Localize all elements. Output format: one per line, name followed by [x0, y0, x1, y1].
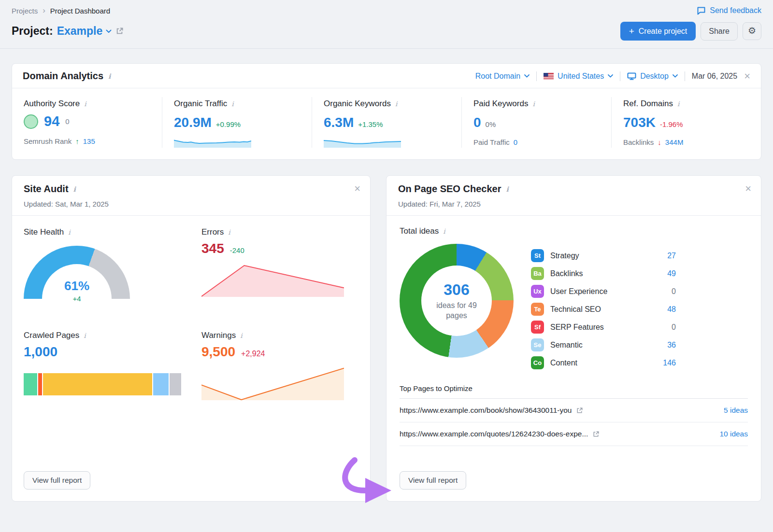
- organic-keywords-sparkline: [324, 137, 401, 148]
- info-icon[interactable]: i: [532, 100, 534, 108]
- crawled-pages-value[interactable]: 1,000: [24, 344, 57, 360]
- chevron-down-icon: [106, 29, 112, 33]
- info-icon[interactable]: i: [677, 100, 679, 108]
- user-experience-badge-icon: Ux: [531, 285, 544, 298]
- info-icon[interactable]: i: [395, 100, 397, 108]
- date-label: Mar 06, 2025: [692, 72, 737, 81]
- backlinks-badge-icon: Ba: [531, 267, 544, 280]
- page-title: Project: Example: [12, 25, 124, 38]
- legend-row-user-experience: Ux User Experience 0: [531, 282, 676, 300]
- user-experience-count[interactable]: 0: [672, 287, 676, 296]
- on-page-seo-checker-panel: On Page SEO Checker i Updated: Fri, Mar …: [386, 175, 761, 502]
- errors-value[interactable]: 345: [201, 241, 224, 256]
- warnings-value[interactable]: 9,500: [201, 344, 235, 360]
- desktop-icon: [627, 72, 636, 80]
- serp-features-count[interactable]: 0: [672, 323, 676, 332]
- organic-traffic-label: Organic Traffic: [174, 99, 227, 109]
- info-icon[interactable]: i: [228, 228, 230, 236]
- organic-keywords-label: Organic Keywords: [324, 99, 391, 109]
- plus-icon: +: [629, 27, 634, 36]
- legend-row-content: Co Content 146: [531, 354, 676, 372]
- external-link-icon[interactable]: [576, 407, 583, 414]
- domain-analytics-title: Domain Analytics: [23, 70, 103, 82]
- top-pages-section: Top Pages to Optimize https://www.exampl…: [400, 384, 748, 446]
- external-link-icon[interactable]: [115, 27, 124, 35]
- page-ideas-link[interactable]: 10 ideas: [719, 430, 748, 438]
- organic-keywords-delta: +1.35%: [358, 120, 383, 128]
- page-row: https://www.example.com/quotes/12624230-…: [400, 422, 748, 446]
- page-ideas-link[interactable]: 5 ideas: [724, 406, 748, 415]
- errors-trend-chart: [201, 264, 344, 297]
- ref-domains-delta: -1.96%: [660, 120, 683, 128]
- chevron-down-icon: [608, 74, 613, 78]
- crawled-pages-widget: Crawled Pages i 1,000: [24, 331, 188, 400]
- site-audit-view-full-report-button[interactable]: View full report: [24, 471, 90, 490]
- country-dropdown[interactable]: United States: [544, 72, 613, 81]
- device-dropdown[interactable]: Desktop: [627, 72, 678, 81]
- technical-seo-badge-icon: Te: [531, 303, 544, 316]
- paid-traffic-label: Paid Traffic: [473, 138, 510, 146]
- authority-score-metric: Authority Score i 94 0 Semrush Rank ↑ 13…: [12, 97, 162, 148]
- share-button[interactable]: Share: [701, 22, 738, 41]
- gear-icon: ⚙: [748, 26, 756, 36]
- semantic-count[interactable]: 36: [667, 341, 676, 350]
- content-badge-icon: Co: [531, 356, 544, 369]
- paid-keywords-delta: 0%: [486, 120, 496, 128]
- close-icon[interactable]: ×: [744, 71, 750, 82]
- warnings-label: Warnings: [201, 331, 236, 340]
- close-icon[interactable]: ×: [745, 183, 751, 194]
- technical-seo-count[interactable]: 48: [667, 305, 676, 314]
- paid-traffic-value[interactable]: 0: [514, 138, 517, 146]
- site-audit-title: Site Audit: [24, 183, 69, 195]
- info-icon[interactable]: i: [84, 332, 86, 339]
- legend-row-serp-features: Sf SERP Features 0: [531, 318, 676, 336]
- serp-features-badge-icon: Sf: [531, 321, 544, 334]
- external-link-icon[interactable]: [592, 431, 600, 438]
- authority-score-label: Authority Score: [24, 99, 80, 109]
- seo-checker-view-full-report-button[interactable]: View full report: [400, 471, 466, 490]
- send-feedback-link[interactable]: Send feedback: [697, 6, 761, 15]
- backlinks-value[interactable]: 344M: [665, 138, 684, 146]
- organic-keywords-value[interactable]: 6.3M: [324, 115, 354, 130]
- strategy-count[interactable]: 27: [667, 252, 676, 260]
- info-icon[interactable]: i: [506, 185, 508, 193]
- warnings-widget: Warnings i 9,500 +2,924: [201, 331, 358, 400]
- divider: [685, 71, 685, 81]
- info-icon[interactable]: i: [68, 228, 70, 236]
- breadcrumb-projects[interactable]: Projects: [12, 7, 38, 15]
- info-icon[interactable]: i: [231, 100, 233, 108]
- top-pages-label: Top Pages to Optimize: [400, 384, 748, 399]
- close-icon[interactable]: ×: [354, 183, 360, 194]
- backlinks-count[interactable]: 49: [667, 269, 676, 278]
- paid-keywords-metric: Paid Keywords i 0 0% Paid Traffic 0: [461, 97, 611, 148]
- organic-traffic-sparkline: [174, 137, 251, 148]
- top-bar: Projects › Project Dashboard Send feedba…: [0, 0, 773, 49]
- breadcrumb: Projects › Project Dashboard: [12, 6, 110, 15]
- device-label: Desktop: [640, 72, 669, 81]
- chevron-right-icon: ›: [43, 6, 45, 15]
- authority-score-secondary: 0: [65, 117, 69, 126]
- backlinks-label: Backlinks: [623, 138, 654, 146]
- arrow-up-icon: ↑: [75, 137, 79, 145]
- ref-domains-value[interactable]: 703K: [623, 115, 656, 130]
- total-ideas-caption: ideas for 49 pages: [425, 301, 488, 321]
- info-icon[interactable]: i: [240, 332, 242, 339]
- root-domain-dropdown[interactable]: Root Domain: [475, 72, 530, 81]
- site-health-delta: +4: [24, 294, 130, 303]
- warnings-trend-chart: [201, 366, 344, 400]
- create-project-button[interactable]: + Create project: [620, 22, 696, 41]
- organic-traffic-value[interactable]: 20.9M: [174, 115, 212, 130]
- info-icon[interactable]: i: [73, 185, 76, 193]
- divider: [536, 71, 537, 81]
- settings-button[interactable]: ⚙: [743, 22, 761, 40]
- page-row: https://www.example.com/book/show/364300…: [400, 399, 748, 422]
- ideas-legend: St Strategy 27 Ba Backlinks 49 Ux User E…: [531, 247, 676, 372]
- project-selector[interactable]: Example: [57, 25, 112, 38]
- paid-keywords-value[interactable]: 0: [473, 115, 481, 130]
- page-url: https://www.example.com/book/show/364300…: [400, 406, 572, 415]
- info-icon[interactable]: i: [84, 100, 86, 108]
- semrush-rank-value[interactable]: 135: [83, 137, 95, 145]
- info-icon[interactable]: i: [443, 227, 445, 235]
- info-icon[interactable]: i: [108, 72, 111, 80]
- content-count[interactable]: 146: [663, 359, 676, 367]
